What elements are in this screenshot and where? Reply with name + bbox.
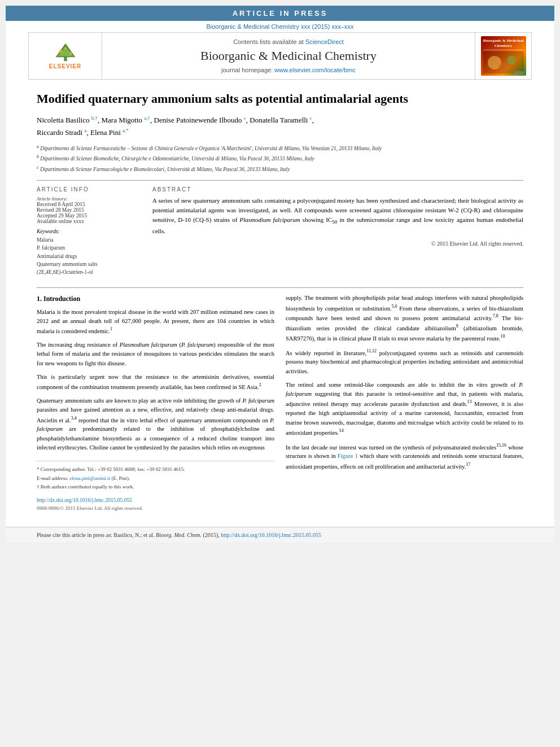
- svg-point-4: [69, 52, 71, 54]
- keyword-octatrien: (2E,4E,6E)-Octatrien-1-ol: [37, 268, 141, 276]
- page: ARTICLE IN PRESS Bioorganic & Medicinal …: [6, 6, 554, 543]
- keywords-label: Keywords:: [37, 229, 141, 234]
- cover-bar: [514, 71, 524, 75]
- svg-point-5: [64, 47, 67, 50]
- footnote-2: E-mail address: elena.pini@unimi.it (E. …: [37, 475, 274, 482]
- paragraph-1: Malaria is the most prevalent tropical d…: [37, 308, 274, 336]
- paragraph-4: Quaternary ammonium salts are known to p…: [37, 396, 274, 452]
- journal-header: ELSEVIER Contents lists available at Sci…: [28, 32, 532, 80]
- keywords-section: Keywords: Malaria P. falciparum Antimala…: [37, 229, 141, 276]
- abstract-text: A series of new quaternary ammonium salt…: [152, 196, 523, 236]
- paragraph-2: The increasing drug resistance of Plasmo…: [37, 340, 274, 368]
- article-info-column: ARTICLE INFO Article history: Received 8…: [37, 186, 141, 276]
- abstract-column: ABSTRACT A series of new quaternary ammo…: [152, 186, 523, 276]
- history-label: Article history:: [37, 196, 141, 202]
- received-date: Received 8 April 2015: [37, 202, 141, 207]
- svg-point-3: [59, 50, 62, 53]
- cover-logo-text: Bioorganic & MedicinalChemistry: [483, 38, 524, 49]
- journal-url-line: Bioorganic & Medicinal Chemistry xxx (20…: [6, 21, 554, 32]
- affiliation-a: a Dipartimento di Scienze Farmaceutiche …: [37, 143, 523, 152]
- abstract-heading: ABSTRACT: [152, 186, 523, 193]
- footnotes: * Corresponding author. Tel.: +39 02 503…: [37, 461, 274, 491]
- elsevier-logo-container: ELSEVIER: [29, 33, 102, 79]
- section1-title: 1. Introduction: [37, 294, 274, 304]
- info-abstract-section: ARTICLE INFO Article history: Received 8…: [37, 186, 523, 276]
- doi-link[interactable]: http://dx.doi.org/10.1016/j.bmc.2015.05.…: [37, 497, 132, 503]
- paragraph-r3: The retinol and some retinoid-like compo…: [286, 381, 523, 438]
- affiliation-b: b Dipartimento di Scienze Biomediche, Ch…: [37, 154, 523, 163]
- contents-available-text: Contents lists available at: [233, 38, 304, 45]
- keyword-pfalciparum: P. falciparum: [37, 244, 141, 252]
- journal-cover-image: Bioorganic & MedicinalChemistry: [481, 36, 526, 76]
- main-left-column: 1. Introduction Malaria is the most prev…: [37, 294, 274, 512]
- journal-homepage-line: journal homepage: www.elsevier.com/locat…: [221, 67, 356, 73]
- affiliation-c: c Dipartimento di Scienze Farmacologiche…: [37, 164, 523, 173]
- homepage-label: journal homepage:: [221, 67, 274, 73]
- homepage-url[interactable]: www.elsevier.com/locate/bmc: [274, 67, 356, 73]
- doi-line: http://dx.doi.org/10.1016/j.bmc.2015.05.…: [37, 496, 274, 505]
- keyword-quat-ammonium: Quaternary ammonium salts: [37, 260, 141, 268]
- paragraph-3: This is particularly urgent now that the…: [37, 373, 274, 392]
- divider-1: [37, 180, 523, 181]
- footnote-3: † Both authors contributed equally to th…: [37, 483, 274, 491]
- journal-url-text: Bioorganic & Medicinal Chemistry xxx (20…: [206, 23, 353, 30]
- sciencedirect-line: Contents lists available at ScienceDirec…: [233, 38, 344, 45]
- affiliations: a Dipartimento di Scienze Farmaceutiche …: [37, 143, 523, 173]
- paragraph-r1: supply. The treatment with phospholipids…: [286, 294, 523, 343]
- citation-doi-link[interactable]: http://dx.doi.org/10.1016/j.bmc.2015.05.…: [221, 532, 321, 538]
- citation-journal: Bioorg. Med. Chem.: [156, 532, 202, 538]
- abstract-copyright: © 2015 Elsevier Ltd. All rights reserved…: [152, 241, 523, 247]
- keyword-malaria: Malaria: [37, 236, 141, 244]
- article-history: Article history: Received 8 April 2015 R…: [37, 196, 141, 224]
- journal-header-center: Contents lists available at ScienceDirec…: [102, 33, 475, 79]
- citation-label: Please cite this article in press as: Ba…: [37, 532, 155, 538]
- svg-point-8: [507, 55, 516, 64]
- keyword-antimalarial: Antimalarial drugs: [37, 252, 141, 260]
- paragraph-r2: As widely reported in literature,11,12 p…: [286, 348, 523, 376]
- article-body: Modified quaternary ammonium salts as po…: [6, 85, 554, 524]
- elsevier-logo: ELSEVIER: [40, 41, 91, 72]
- revised-date: Revised 28 May 2015: [37, 207, 141, 213]
- footnote-1: * Corresponding author. Tel.: +39 02 503…: [37, 466, 274, 473]
- doi-copyright: 0968-0896/© 2015 Elsevier Ltd. All right…: [37, 505, 274, 513]
- banner-text: ARTICLE IN PRESS: [233, 9, 328, 18]
- divider-2: [37, 287, 523, 288]
- elsevier-brand-text: ELSEVIER: [49, 63, 81, 69]
- article-info-heading: ARTICLE INFO: [37, 186, 141, 193]
- journal-right-logo: Bioorganic & MedicinalChemistry: [475, 33, 531, 79]
- cover-divider: [483, 50, 524, 50]
- journal-title: Bioorganic & Medicinal Chemistry: [200, 49, 377, 63]
- svg-point-9: [498, 62, 509, 73]
- main-content: 1. Introduction Malaria is the most prev…: [37, 294, 523, 512]
- authors-list: Nicoletta Basilico b,†, Mara Migotto a,†…: [37, 114, 523, 139]
- main-right-column: supply. The treatment with phospholipids…: [286, 294, 523, 512]
- accepted-date: Accepted 29 May 2015: [37, 213, 141, 219]
- elsevier-tree-icon: [49, 42, 82, 62]
- available-online: Available online xxxx: [37, 219, 141, 224]
- citation-year: (2015),: [203, 532, 220, 538]
- paragraph-r4: In the last decade our interest was turn…: [286, 442, 523, 471]
- citation-bar: Please cite this article in press as: Ba…: [6, 527, 554, 543]
- article-in-press-banner: ARTICLE IN PRESS: [6, 6, 554, 21]
- cover-decoration: [483, 51, 524, 73]
- sciencedirect-link[interactable]: ScienceDirect: [305, 38, 344, 45]
- article-title: Modified quaternary ammonium salts as po…: [37, 91, 523, 107]
